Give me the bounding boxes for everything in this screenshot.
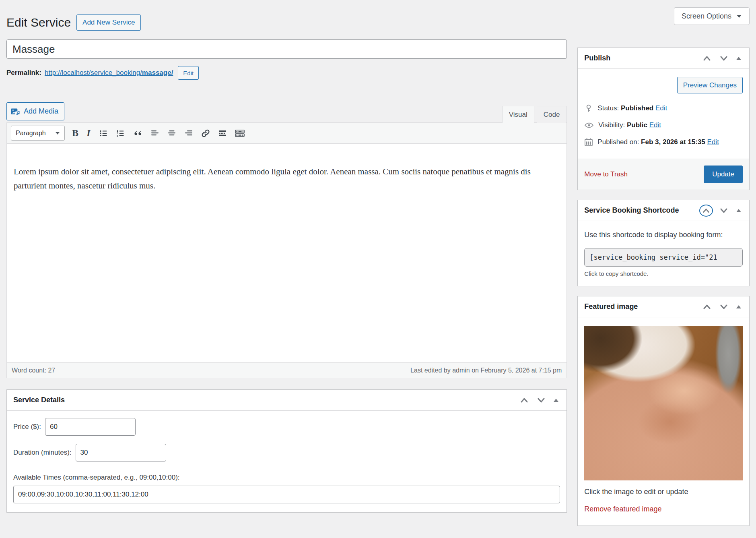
paragraph-format-value: Paragraph	[16, 130, 46, 137]
toggle-panel-button[interactable]	[735, 55, 743, 62]
available-times-label: Available Times (comma-separated, e.g., …	[13, 474, 560, 482]
visibility-value: Public	[627, 121, 647, 129]
add-new-service-button[interactable]: Add New Service	[76, 14, 141, 31]
word-count-value: 27	[48, 367, 55, 374]
status-label: Status:	[597, 104, 619, 112]
editor-paragraph: Lorem ipsum dolor sit amet, consectetuer…	[14, 165, 560, 193]
word-count: Word count: 27	[12, 367, 55, 374]
align-right-button[interactable]	[184, 128, 194, 138]
page-title: Edit Service	[6, 16, 71, 29]
chevron-down-icon	[55, 132, 60, 135]
italic-button[interactable]: I	[86, 128, 91, 139]
shortcode-hint: Click to copy shortcode.	[584, 270, 743, 277]
numbered-list-button[interactable]	[115, 128, 125, 138]
move-down-button[interactable]	[718, 53, 730, 64]
align-left-button[interactable]	[150, 128, 160, 138]
move-down-button[interactable]	[535, 395, 547, 406]
numbered-list-icon	[115, 128, 125, 138]
permalink-link[interactable]: http://localhost/service_booking/massage…	[45, 69, 173, 77]
visibility-label: Visibility:	[598, 121, 625, 129]
add-media-label: Add Media	[24, 107, 58, 116]
published-on-label: Published on:	[597, 138, 639, 146]
move-down-button[interactable]	[718, 205, 730, 216]
keyboard-icon	[235, 128, 245, 138]
published-on-value: Feb 3, 2026 at 15:35	[641, 138, 705, 146]
media-icon	[11, 107, 21, 116]
featured-image[interactable]	[584, 326, 743, 480]
permalink-slug: massage/	[142, 69, 173, 77]
publish-title: Publish	[584, 54, 610, 62]
shortcode-box-title: Service Booking Shortcode	[584, 206, 679, 215]
align-center-icon	[167, 128, 177, 138]
move-to-trash-link[interactable]: Move to Trash	[584, 170, 628, 178]
move-up-button[interactable]	[518, 395, 530, 406]
update-button[interactable]: Update	[704, 166, 743, 183]
shortcode-input[interactable]	[584, 248, 743, 267]
italic-icon: I	[86, 128, 91, 139]
bold-icon: B	[72, 128, 78, 139]
permalink: Permalink: http://localhost/service_book…	[6, 66, 567, 80]
price-label: Price ($):	[13, 423, 41, 431]
status-icon	[584, 104, 593, 113]
publish-box: Publish Previe	[577, 48, 750, 190]
available-times-input[interactable]	[13, 486, 560, 503]
toggle-panel-button[interactable]	[735, 207, 743, 214]
read-more-icon	[218, 128, 227, 138]
remove-featured-image-link[interactable]: Remove featured image	[584, 505, 661, 513]
post-title-input[interactable]	[6, 39, 567, 59]
editor: Paragraph B I	[6, 122, 567, 378]
paragraph-format-select[interactable]: Paragraph	[11, 126, 65, 141]
edit-visibility-link[interactable]: Edit	[649, 121, 661, 129]
price-input[interactable]	[45, 418, 136, 436]
move-up-button[interactable]	[699, 205, 713, 217]
bold-button[interactable]: B	[72, 128, 78, 139]
insert-link-button[interactable]	[201, 128, 210, 138]
preview-changes-button[interactable]: Preview Changes	[677, 77, 743, 93]
align-right-icon	[184, 128, 194, 138]
permalink-label: Permalink:	[6, 69, 41, 77]
tab-visual[interactable]: Visual	[502, 106, 534, 123]
featured-image-title: Featured image	[584, 302, 638, 311]
align-left-icon	[150, 128, 160, 138]
toggle-panel-button[interactable]	[735, 303, 743, 310]
tab-code[interactable]: Code	[537, 106, 567, 123]
service-details-box: Service Details	[6, 389, 567, 513]
move-down-button[interactable]	[718, 302, 730, 312]
edit-status-link[interactable]: Edit	[655, 104, 667, 112]
featured-image-box: Featured image C	[577, 296, 750, 526]
editor-statusbar: Word count: 27 Last edited by admin on F…	[7, 362, 566, 378]
move-up-button[interactable]	[701, 302, 713, 312]
duration-input[interactable]	[76, 444, 166, 461]
visibility-icon	[584, 121, 594, 130]
blockquote-icon	[132, 128, 143, 138]
bullet-list-button[interactable]	[99, 128, 108, 138]
align-center-button[interactable]	[167, 128, 177, 138]
editor-content-area[interactable]: Lorem ipsum dolor sit amet, consectetuer…	[7, 144, 566, 362]
shortcode-box: Service Booking Shortcode U	[577, 200, 750, 286]
edit-published-date-link[interactable]: Edit	[707, 138, 719, 146]
last-edited-text: Last edited by admin on February 5, 2026…	[410, 367, 562, 374]
blockquote-button[interactable]	[132, 128, 143, 138]
read-more-tag-button[interactable]	[218, 128, 227, 138]
bullet-list-icon	[99, 128, 108, 138]
editor-toolbar: Paragraph B I	[7, 123, 566, 144]
keyboard-shortcuts-button[interactable]	[235, 128, 245, 138]
duration-label: Duration (minutes):	[13, 449, 72, 457]
add-media-button[interactable]: Add Media	[6, 102, 64, 120]
toggle-panel-button[interactable]	[552, 397, 560, 404]
screen-options-label: Screen Options	[682, 12, 731, 21]
screen-options-button[interactable]: Screen Options	[674, 7, 750, 25]
featured-image-caption: Click the image to edit or update	[584, 488, 743, 496]
edit-permalink-button[interactable]: Edit	[178, 66, 199, 80]
calendar-icon	[584, 138, 593, 147]
move-up-button[interactable]	[701, 53, 713, 64]
status-value: Published	[621, 104, 653, 112]
shortcode-description: Use this shortcode to display booking fo…	[584, 228, 743, 239]
chevron-down-icon	[736, 14, 742, 18]
service-details-title: Service Details	[13, 396, 65, 404]
link-icon	[201, 128, 210, 138]
